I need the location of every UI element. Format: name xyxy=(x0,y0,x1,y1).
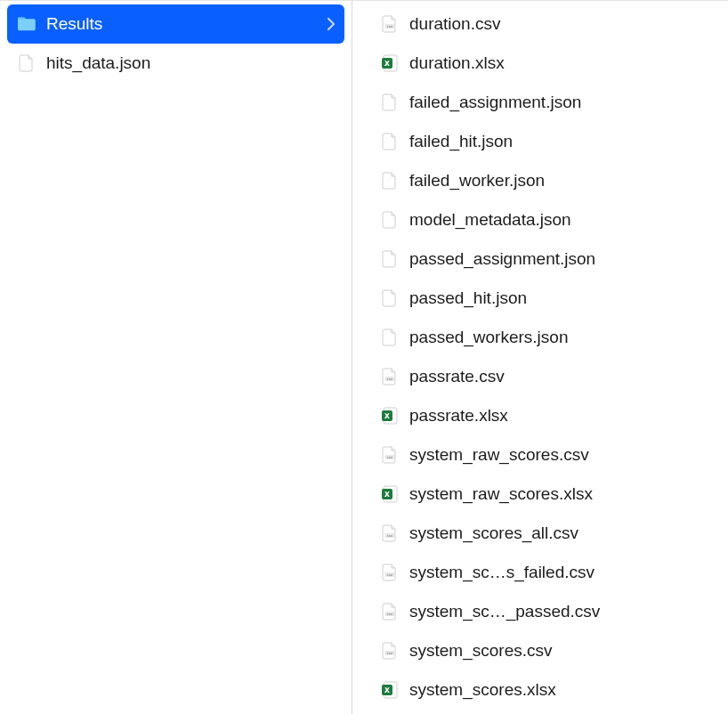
file-item[interactable]: failed_worker.json xyxy=(370,161,721,200)
svg-text:csv: csv xyxy=(387,377,393,381)
file-item[interactable]: csv duration.csv xyxy=(370,4,721,44)
file-item[interactable]: csv system_sc…s_failed.csv xyxy=(370,553,721,592)
svg-text:csv: csv xyxy=(387,455,393,459)
item-label: passed_assignment.json xyxy=(409,249,712,269)
file-item[interactable]: passed_workers.json xyxy=(370,318,721,357)
item-label: system_sc…_passed.csv xyxy=(409,602,712,621)
document-file-icon xyxy=(379,248,400,270)
item-label: system_sc…s_failed.csv xyxy=(409,563,712,582)
item-label: failed_hit.json xyxy=(409,132,712,151)
csv-file-icon: csv xyxy=(379,366,400,387)
item-label: hits_data.json xyxy=(46,53,336,73)
file-item[interactable]: failed_assignment.json xyxy=(370,83,721,122)
csv-file-icon: csv xyxy=(379,13,400,35)
file-item[interactable]: csv system_scores.csv xyxy=(370,631,721,670)
file-item[interactable]: passed_assignment.json xyxy=(370,239,721,279)
excel-file-icon xyxy=(379,53,400,74)
file-item[interactable]: system_scores.xlsx xyxy=(370,670,721,710)
item-label: duration.csv xyxy=(409,14,712,34)
svg-text:csv: csv xyxy=(387,651,393,655)
item-label: system_scores.xlsx xyxy=(409,680,712,700)
document-file-icon xyxy=(379,92,400,113)
csv-file-icon: csv xyxy=(379,601,400,622)
column-child: csv duration.csv duration.xlsx failed_as… xyxy=(352,1,728,714)
file-item[interactable]: csv system_raw_scores.csv xyxy=(370,435,721,475)
item-label: passed_hit.json xyxy=(409,288,712,308)
chevron-right-icon xyxy=(327,18,336,30)
file-item[interactable]: model_metadata.json xyxy=(370,200,721,239)
item-label: Results xyxy=(46,14,318,34)
file-item[interactable]: system_raw_scores.xlsx xyxy=(370,475,721,514)
column-parent: Results hits_data.json xyxy=(0,1,352,714)
document-file-icon xyxy=(379,170,400,191)
item-label: system_scores_all.csv xyxy=(409,523,712,543)
file-item[interactable]: csv passrate.csv xyxy=(370,357,721,396)
document-file-icon xyxy=(379,209,400,231)
item-label: passed_workers.json xyxy=(409,328,712,347)
document-file-icon xyxy=(379,327,400,348)
csv-file-icon: csv xyxy=(379,640,400,661)
document-file-icon xyxy=(379,131,400,152)
finder-column-view: Results hits_data.json csv duration.csv … xyxy=(0,0,728,714)
item-label: passrate.xlsx xyxy=(409,406,712,426)
excel-file-icon xyxy=(379,679,400,701)
csv-file-icon: csv xyxy=(379,444,400,466)
file-item[interactable]: hits_data.json xyxy=(7,44,344,83)
item-label: duration.xlsx xyxy=(409,53,712,73)
file-item[interactable]: duration.xlsx xyxy=(370,44,721,83)
csv-file-icon: csv xyxy=(379,562,400,583)
folder-icon xyxy=(16,13,37,35)
file-item[interactable]: passrate.xlsx xyxy=(370,396,721,435)
document-file-icon xyxy=(16,53,37,74)
item-label: failed_assignment.json xyxy=(409,93,712,112)
csv-file-icon: csv xyxy=(379,523,400,544)
folder-item[interactable]: Results xyxy=(7,4,344,44)
excel-file-icon xyxy=(379,483,400,505)
svg-text:csv: csv xyxy=(387,24,393,28)
file-item[interactable]: passed_hit.json xyxy=(370,279,721,318)
file-item[interactable]: failed_hit.json xyxy=(370,122,721,161)
svg-text:csv: csv xyxy=(387,533,393,538)
item-label: system_raw_scores.csv xyxy=(409,445,712,465)
file-item[interactable]: csv system_scores_all.csv xyxy=(370,514,721,553)
item-label: system_scores.csv xyxy=(409,641,712,661)
svg-text:csv: csv xyxy=(387,572,393,577)
item-label: model_metadata.json xyxy=(409,210,712,230)
item-label: system_raw_scores.xlsx xyxy=(409,484,712,504)
item-label: failed_worker.json xyxy=(409,171,712,191)
item-label: passrate.csv xyxy=(409,367,712,386)
svg-text:csv: csv xyxy=(387,612,393,616)
document-file-icon xyxy=(379,288,400,309)
file-item[interactable]: csv system_sc…_passed.csv xyxy=(370,592,721,631)
excel-file-icon xyxy=(379,405,400,426)
